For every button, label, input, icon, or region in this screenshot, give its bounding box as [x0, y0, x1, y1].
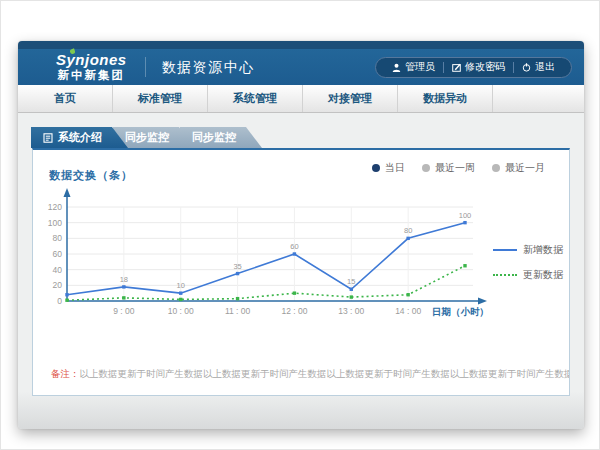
document-icon: [43, 133, 53, 143]
main-nav: 首页 标准管理 系统管理 对接管理 数据异动: [18, 85, 584, 113]
svg-text:18: 18: [120, 275, 128, 284]
filter-today[interactable]: 当日: [372, 161, 405, 175]
tab-label: 同步监控: [125, 130, 169, 145]
nav-item-interface-mgmt[interactable]: 对接管理: [303, 85, 398, 112]
svg-text:40: 40: [53, 265, 63, 275]
filter-label: 最近一周: [435, 161, 475, 175]
brand-name-cn: 新中新集团: [56, 70, 127, 82]
svg-text:10: 10: [177, 281, 185, 290]
nav-item-system-mgmt[interactable]: 系统管理: [208, 85, 303, 112]
svg-text:10 : 00: 10 : 00: [168, 306, 194, 316]
filter-last-week[interactable]: 最近一周: [422, 161, 475, 175]
power-icon: [522, 63, 531, 72]
svg-text:80: 80: [404, 226, 412, 235]
blue-line-sample: [493, 249, 517, 251]
radio-unselected-icon: [422, 164, 430, 172]
brand-logo: Synjones 新中新集团: [56, 52, 127, 82]
legend-label: 更新数据: [523, 268, 563, 282]
svg-text:100: 100: [48, 218, 62, 228]
header-top-strip: [18, 41, 584, 49]
app-header: Synjones 新中新集团 数据资源中心 管理员: [18, 49, 584, 85]
nav-item-home[interactable]: 首页: [18, 85, 113, 112]
svg-text:20: 20: [53, 280, 63, 290]
filter-label: 最近一月: [505, 161, 545, 175]
footnote: 备注：以上数据更新于时间产生数据以上数据更新于时间产生数据以上数据更新于时间产生…: [33, 368, 569, 381]
filter-label: 当日: [385, 161, 405, 175]
footnote-separator: ：: [70, 368, 80, 379]
svg-text:13 : 00: 13 : 00: [338, 306, 364, 316]
user-menu: 管理员 修改密码 退出: [375, 57, 572, 78]
svg-text:100: 100: [459, 211, 472, 220]
radio-unselected-icon: [492, 164, 500, 172]
svg-text:60: 60: [290, 242, 298, 251]
chart-panel: 当日 最近一周 最近一月 数据交换（条） 0204060801001209 : …: [32, 148, 570, 396]
svg-text:80: 80: [53, 233, 63, 243]
tab-label: 系统介绍: [58, 130, 102, 145]
svg-text:14 : 00: 14 : 00: [395, 306, 421, 316]
svg-text:60: 60: [53, 249, 63, 259]
chart-row: 0204060801001209 : 0010 : 0011 : 0012 : …: [33, 183, 569, 333]
change-password-label: 修改密码: [465, 60, 505, 74]
page-title: 数据资源中心: [145, 57, 255, 77]
svg-text:120: 120: [48, 202, 62, 212]
legend-label: 新增数据: [523, 243, 563, 257]
brand-name-en: Synjones: [56, 52, 127, 67]
svg-text:0: 0: [57, 296, 62, 306]
tab-bar: 系统介绍 同步监控 同步监控: [31, 127, 584, 148]
edit-icon: [452, 63, 461, 72]
tab-system-intro[interactable]: 系统介绍: [31, 127, 128, 148]
legend-item-updated-data[interactable]: 更新数据: [493, 268, 569, 282]
time-range-filters: 当日 最近一周 最近一月: [372, 161, 545, 175]
svg-text:15: 15: [347, 277, 355, 286]
green-dotted-line-sample: [493, 274, 517, 276]
nav-item-standard-mgmt[interactable]: 标准管理: [113, 85, 208, 112]
svg-text:12 : 00: 12 : 00: [281, 306, 307, 316]
svg-text:11 : 00: 11 : 00: [225, 306, 251, 316]
radio-selected-icon: [372, 164, 380, 172]
nav-item-data-change[interactable]: 数据异动: [398, 85, 493, 112]
footnote-text: 以上数据更新于时间产生数据以上数据更新于时间产生数据以上数据更新于时间产生数据以…: [80, 368, 570, 379]
filter-last-month[interactable]: 最近一月: [492, 161, 545, 175]
app-window: Synjones 新中新集团 数据资源中心 管理员: [18, 41, 584, 429]
admin-user-button[interactable]: 管理员: [384, 60, 443, 74]
change-password-button[interactable]: 修改密码: [444, 60, 513, 74]
user-icon: [392, 63, 401, 72]
legend-item-new-data[interactable]: 新增数据: [493, 243, 569, 257]
svg-text:日期（小时）: 日期（小时）: [432, 306, 489, 318]
svg-text:35: 35: [233, 262, 241, 271]
admin-user-label: 管理员: [405, 60, 435, 74]
footnote-label: 备注: [51, 368, 70, 379]
screenshot-canvas: Synjones 新中新集团 数据资源中心 管理员: [0, 0, 600, 450]
content-area: 系统介绍 同步监控 同步监控 当日 最近一周: [18, 113, 584, 429]
tab-label: 同步监控: [192, 130, 236, 145]
svg-text:9 : 00: 9 : 00: [113, 306, 135, 316]
line-chart: 0204060801001209 : 0010 : 0011 : 0012 : …: [41, 183, 493, 333]
chart-legend: 新增数据 更新数据: [493, 183, 569, 333]
logout-label: 退出: [535, 60, 555, 74]
logout-button[interactable]: 退出: [514, 60, 563, 74]
